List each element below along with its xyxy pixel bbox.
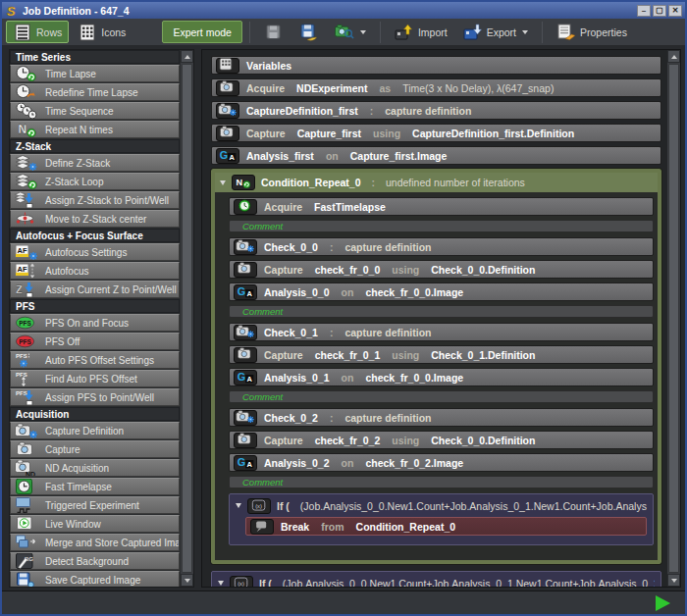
- toolbar-separator: [542, 22, 543, 43]
- block-text: Check_0_0: [264, 241, 318, 253]
- sidebar-item-assign-z[interactable]: ZAssign Current Z to Point/Well: [10, 281, 180, 298]
- rows-view-button[interactable]: Rows: [6, 21, 69, 43]
- pfs-offset-settings-icon: PFS: [14, 351, 40, 369]
- sidebar-item-pfs-off[interactable]: PFSPFS Off: [10, 333, 180, 350]
- camera-settings-button[interactable]: [328, 21, 373, 43]
- if-block-header[interactable]: (x)If ((Job.Analysis_0_0.New1.Count+Job.…: [234, 496, 647, 515]
- sidebar-item-assign-z-stack[interactable]: Assign Z-Stack to Point/Well: [10, 191, 180, 209]
- job-block-row[interactable]: BreakfromCondition_Repeat_0: [245, 517, 647, 536]
- sidebar-item-time-lapse[interactable]: Time Lapse: [10, 65, 180, 82]
- maximize-button[interactable]: ▢: [653, 5, 666, 17]
- sidebar-item-pfs-assign[interactable]: PFSAssign PFS to Point/Well: [10, 388, 180, 406]
- rows-icon: [13, 24, 32, 41]
- collapse-triangle-icon[interactable]: [236, 503, 241, 508]
- comment-text: Comment: [242, 391, 283, 402]
- save-icon: [264, 24, 284, 41]
- comment-row[interactable]: Comment: [229, 220, 654, 232]
- sidebar-section-time-series: Time Series: [10, 50, 180, 64]
- job-block-row[interactable]: GAAnalysis_0_0oncheck_fr_0_0.Image: [229, 282, 654, 301]
- capture-icon: [14, 440, 40, 458]
- sidebar-scrollbar[interactable]: [181, 50, 193, 587]
- toolbar-separator: [380, 22, 381, 43]
- sidebar-item-autofocus[interactable]: AFAutofocus: [10, 262, 180, 280]
- export-button[interactable]: Export: [456, 21, 535, 43]
- run-job-button[interactable]: [656, 595, 670, 611]
- main-scrollbar[interactable]: [667, 50, 680, 587]
- sidebar-item-triggered-experiment[interactable]: Triggered Experiment: [10, 496, 180, 514]
- comment-row[interactable]: Comment: [229, 476, 654, 488]
- sidebar-item-time-sequence[interactable]: Time Sequence: [10, 102, 180, 120]
- sidebar-item-label: Repeat N times: [45, 125, 113, 135]
- scrollbar-thumb[interactable]: [182, 64, 192, 573]
- camera-gear-icon: [234, 410, 257, 426]
- scroll-up-button[interactable]: [181, 50, 193, 63]
- icons-view-button[interactable]: Icons: [71, 21, 132, 43]
- comment-text: Comment: [242, 306, 283, 317]
- sidebar-item-capture-definition[interactable]: Capture Definition: [10, 422, 180, 439]
- job-block-row[interactable]: GAAnalysis_0_2oncheck_fr_0_2.Image: [229, 453, 654, 472]
- sidebar-item-define-z-stack[interactable]: Define Z-Stack: [10, 154, 180, 172]
- sidebar-item-fast-timelapse[interactable]: Fast Timelapse: [10, 478, 180, 495]
- content-area: Time SeriesTime LapseRedefine Time Lapse…: [2, 46, 685, 590]
- job-block-row[interactable]: Check_0_2:capture definition: [229, 408, 654, 427]
- job-block-row[interactable]: CaptureCapture_firstusingCaptureDefiniti…: [211, 124, 661, 142]
- block-text: using: [373, 128, 400, 139]
- job-block-row[interactable]: GAAnalysis_firstonCapture_first.Image: [211, 146, 661, 165]
- svg-text:(x): (x): [255, 503, 262, 509]
- block-text: Capture_first.Image: [350, 150, 448, 162]
- block-text: :: [330, 327, 334, 338]
- job-block-row[interactable]: Check_0_1:capture definition: [229, 323, 654, 341]
- expert-mode-button[interactable]: Expert mode: [162, 21, 242, 43]
- block-text: :: [370, 105, 374, 117]
- sidebar-item-nd-acquisition[interactable]: NDND Acquisition: [10, 459, 180, 477]
- sidebar-item-af-settings[interactable]: AFAutofocus Settings: [10, 243, 180, 261]
- block-text: Check_0_1: [264, 327, 318, 338]
- define-z-stack-icon: [14, 154, 40, 172]
- collapse-triangle-icon[interactable]: [220, 180, 226, 185]
- if-block: (x)If ((Job.Analysis_0_0.New1.Count+Job.…: [211, 571, 661, 587]
- job-block-row[interactable]: Capturecheck_fr_0_0usingCheck_0_0.Defini…: [229, 260, 654, 279]
- svg-text:PFS: PFS: [19, 338, 31, 345]
- sidebar-item-pfs-offset-settings[interactable]: PFSAuto PFS Offset Settings: [10, 351, 180, 369]
- svg-text:PFS: PFS: [19, 320, 31, 327]
- comment-row[interactable]: Comment: [229, 305, 654, 318]
- condition-loop-header[interactable]: NCondition_Repeat_0:undefined number of …: [215, 173, 658, 192]
- comment-row[interactable]: Comment: [229, 390, 654, 403]
- save-button[interactable]: [257, 21, 291, 43]
- sidebar-item-pfs-find-offset[interactable]: PFSFind Auto PFS Offset: [10, 370, 180, 387]
- sidebar-item-save-image[interactable]: Save Captured Image: [10, 571, 180, 587]
- sidebar-item-capture[interactable]: Capture: [10, 440, 180, 458]
- job-block-row[interactable]: Capturecheck_fr_0_1usingCheck_0_1.Defini…: [229, 345, 654, 364]
- import-button[interactable]: Import: [388, 21, 454, 43]
- sidebar-item-z-stack-loop[interactable]: Z-Stack Loop: [10, 173, 180, 190]
- sidebar-item-detect-background[interactable]: BGDetect Background: [10, 552, 180, 570]
- job-block-row[interactable]: AcquireNDExperimentasTime(3 x No Delay),…: [211, 78, 661, 97]
- job-block-row[interactable]: AcquireFastTimelapse: [229, 197, 654, 216]
- block-text: NDExperiment: [296, 82, 367, 94]
- job-block-row[interactable]: CaptureDefinition_first:capture definiti…: [211, 101, 661, 120]
- job-block-row[interactable]: Check_0_0:capture definition: [229, 237, 654, 256]
- save-as-button[interactable]: [292, 21, 326, 43]
- properties-button[interactable]: Properties: [550, 21, 634, 43]
- scroll-up-button[interactable]: [667, 50, 680, 63]
- job-block-row[interactable]: Capturecheck_fr_0_2usingCheck_0_0.Defini…: [229, 431, 654, 449]
- redefine-time-lapse-icon: [14, 83, 40, 101]
- scroll-down-button[interactable]: [667, 574, 680, 587]
- scroll-down-button[interactable]: [181, 574, 193, 587]
- scrollbar-thumb[interactable]: [668, 64, 679, 573]
- sidebar-item-live-window[interactable]: Live Window: [10, 515, 180, 533]
- collapse-triangle-icon[interactable]: [218, 581, 224, 586]
- block-text: If (: [259, 578, 272, 588]
- sidebar-item-redefine-time-lapse[interactable]: Redefine Time Lapse: [10, 83, 180, 101]
- sidebar-item-pfs-on[interactable]: PFSPFS On and Focus: [10, 314, 180, 332]
- sidebar-item-repeat-n-times[interactable]: NRepeat N times: [10, 121, 180, 138]
- job-block-row[interactable]: Variables: [211, 56, 661, 75]
- minimize-button[interactable]: –: [637, 5, 651, 17]
- job-block-row[interactable]: GAAnalysis_0_1oncheck_fr_0_0.Image: [229, 368, 654, 386]
- if-block-header[interactable]: (x)If ((Job.Analysis_0_0.New1.Count+Job.…: [216, 574, 655, 587]
- sidebar-item-move-z-center[interactable]: Move to Z-Stack center: [10, 210, 180, 228]
- close-button[interactable]: ✕: [668, 5, 682, 17]
- sidebar-item-merge-store[interactable]: Merge and Store Captured Images: [10, 534, 180, 551]
- detect-background-icon: BG: [14, 552, 40, 570]
- if-block: (x)If ((Job.Analysis_0_0.New1.Count+Job.…: [229, 493, 654, 545]
